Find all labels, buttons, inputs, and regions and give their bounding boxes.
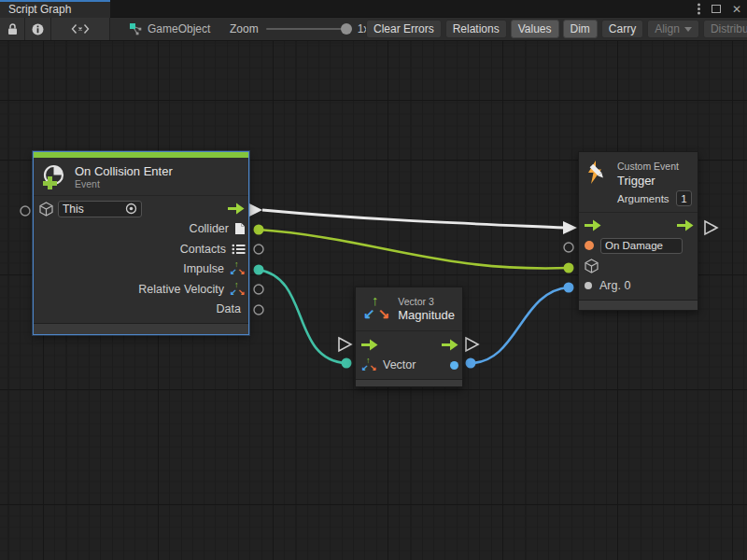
this-target-field[interactable]: This <box>58 201 142 217</box>
edit-graph-button[interactable] <box>51 18 110 40</box>
port-label-contacts: Contacts <box>180 243 226 256</box>
port-label-vector: Vector <box>383 358 416 371</box>
node-trigger-custom-event[interactable]: Custom Event Trigger Arguments 1 <box>578 151 698 311</box>
custom-event-icon <box>585 161 611 186</box>
node-title: On Collision Enter <box>75 164 173 178</box>
node-title: Magnitude <box>398 308 455 322</box>
node-category: Custom Event <box>617 161 692 173</box>
node-category: Vector 3 <box>398 296 455 308</box>
node-footer <box>34 323 248 334</box>
zoom-label: Zoom <box>230 22 259 35</box>
port-label-impulse: Impulse <box>183 262 224 275</box>
carry-button[interactable]: Carry <box>601 20 643 38</box>
script-graph-window: Script Graph ✕ <box>0 0 747 560</box>
flow-in-arrow-icon[interactable] <box>585 219 601 231</box>
info-icon <box>32 23 44 35</box>
arguments-label: Arguments <box>617 193 669 204</box>
flow-in-arrow-icon[interactable] <box>361 339 378 351</box>
port-label-arg0: Arg. 0 <box>599 279 630 292</box>
dim-button[interactable]: Dim <box>563 20 598 38</box>
code-icon <box>71 23 90 35</box>
flow-out-arrow-icon[interactable] <box>677 219 694 231</box>
port-label-relative-velocity: Relative Velocity <box>138 283 224 296</box>
flow-out-arrow-icon[interactable] <box>442 339 458 351</box>
node-footer <box>356 379 462 386</box>
target-cube-icon[interactable] <box>585 259 599 273</box>
align-button[interactable]: Align <box>647 20 699 38</box>
node-footer <box>579 300 698 310</box>
gameobject-cube-icon <box>39 202 53 217</box>
vector3-icon: ↑↙↘ <box>363 295 390 323</box>
arguments-count-field[interactable]: 1 <box>676 190 692 206</box>
graph-icon <box>129 22 142 35</box>
node-on-collision-enter[interactable]: On Collision Enter Event This <box>33 151 249 335</box>
vector3-icon: ↑↙↘ <box>361 357 377 372</box>
port-event-name[interactable] <box>585 241 594 250</box>
port-label-collider: Collider <box>190 222 229 235</box>
zoom-slider-handle[interactable] <box>341 23 352 35</box>
object-picker-icon[interactable] <box>125 203 137 215</box>
values-button[interactable]: Values <box>511 20 559 38</box>
node-title: Trigger <box>617 174 692 188</box>
tab-label: Script Graph <box>8 3 71 16</box>
clear-errors-button[interactable]: Clear Errors <box>366 20 442 38</box>
port-arg0[interactable] <box>585 282 592 289</box>
collider-file-icon <box>234 222 246 235</box>
inspect-button[interactable] <box>25 18 51 40</box>
event-icon <box>41 163 67 189</box>
vector3-icon: ↑↙↘ <box>230 261 246 276</box>
contacts-list-icon <box>232 244 246 255</box>
port-label-data: Data <box>217 302 241 315</box>
flow-out-arrow-icon[interactable] <box>228 203 245 215</box>
close-icon[interactable]: ✕ <box>732 5 741 14</box>
window-menu-icon[interactable] <box>698 7 700 10</box>
chevron-down-icon <box>684 27 692 32</box>
lock-button[interactable] <box>0 18 25 40</box>
graph-toolbar: GameObject Zoom 1x Clear Errors Relation… <box>0 18 747 41</box>
zoom-slider[interactable] <box>266 28 350 30</box>
lock-icon <box>7 23 18 35</box>
relations-button[interactable]: Relations <box>445 20 507 38</box>
node-vector3-magnitude[interactable]: ↑↙↘ Vector 3 Magnitude ↑↙↘ Vector <box>355 287 463 387</box>
graph-owner-label: GameObject <box>148 22 210 35</box>
vector3-icon: ↑↙↘ <box>230 282 246 297</box>
event-name-field[interactable]: On Damage <box>600 238 683 254</box>
tab-script-graph[interactable]: Script Graph <box>0 0 110 18</box>
graph-owner-breadcrumb[interactable]: GameObject <box>129 18 210 40</box>
maximize-icon[interactable] <box>712 5 721 13</box>
port-magnitude-result[interactable] <box>450 361 458 370</box>
distribute-button[interactable]: Distribute <box>703 20 747 38</box>
tab-strip: Script Graph ✕ <box>0 0 747 18</box>
node-subtitle: Event <box>75 178 173 189</box>
